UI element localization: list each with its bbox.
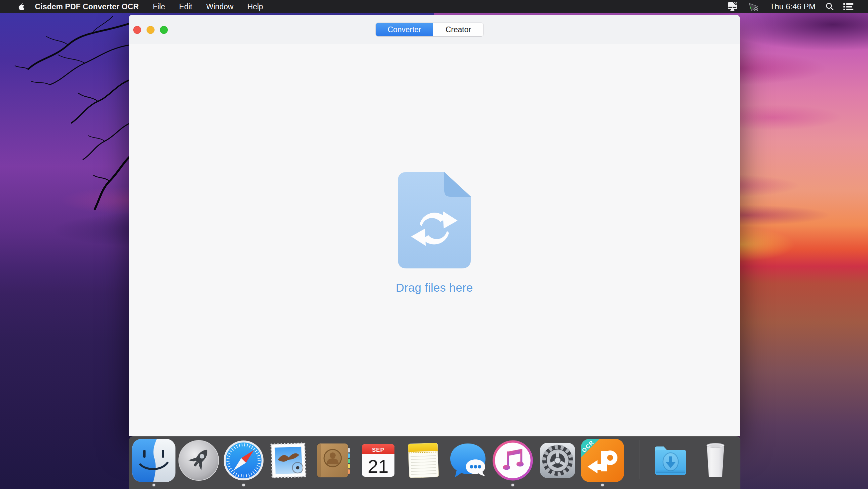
screen-share-menu-extra[interactable]: [743, 0, 764, 13]
launchpad-icon: [177, 439, 220, 482]
spotlight-search-icon: [826, 2, 834, 11]
contacts-icon: [312, 439, 355, 482]
dock-item-cisdem-pdf-converter-ocr[interactable]: OCR: [581, 439, 624, 482]
mode-segmented-control: Converter Creator: [375, 23, 484, 37]
calendar-icon: SEP 21: [356, 439, 400, 482]
tab-converter[interactable]: Converter: [376, 23, 433, 36]
tree-branches: [0, 13, 130, 232]
notification-center-icon: [843, 3, 854, 11]
close-button[interactable]: [133, 26, 141, 34]
dock-item-itunes[interactable]: [491, 439, 534, 482]
menu-edit[interactable]: Edit: [179, 2, 192, 11]
calendar-day: 21: [368, 456, 389, 477]
dock-item-calendar[interactable]: SEP 21: [356, 439, 400, 482]
menu-bar-status-area: Thu 6:46 PM: [722, 0, 868, 13]
notes-icon: [401, 439, 445, 482]
file-dropzone[interactable]: Drag files here: [129, 44, 740, 436]
minimize-button[interactable]: [147, 26, 155, 34]
dock-item-contacts[interactable]: [312, 439, 355, 482]
dock-separator: [639, 440, 639, 479]
running-indicator: [601, 484, 604, 486]
dock-item-launchpad[interactable]: [177, 439, 220, 482]
spotlight-menu-extra[interactable]: [821, 0, 839, 13]
dock: SEP 21: [129, 436, 740, 489]
mail-icon: [267, 439, 310, 482]
finder-icon: [132, 439, 176, 482]
app-window: Converter Creator: [129, 15, 740, 436]
display-mirroring-icon: [727, 2, 739, 12]
menu-help[interactable]: Help: [247, 2, 263, 11]
messages-icon: [446, 439, 490, 482]
notification-center-menu-extra[interactable]: [839, 0, 858, 13]
dock-item-finder[interactable]: [132, 439, 176, 482]
zoom-button[interactable]: [160, 26, 168, 34]
apple-icon: [18, 3, 25, 11]
running-indicator: [242, 484, 245, 486]
menu-file[interactable]: File: [153, 2, 165, 11]
screen-share-cursor-icon: [748, 1, 760, 12]
menu-bar: Cisdem PDF Converter OCR File Edit Windo…: [0, 0, 868, 13]
menu-bar-clock[interactable]: Thu 6:46 PM: [770, 2, 815, 11]
safari-icon: [222, 439, 265, 482]
dropzone-label: Drag files here: [129, 281, 740, 294]
running-indicator: [512, 484, 514, 486]
apple-menu[interactable]: [13, 0, 30, 13]
tab-creator[interactable]: Creator: [433, 23, 484, 36]
desktop: Cisdem PDF Converter OCR File Edit Windo…: [0, 0, 868, 489]
itunes-icon: [491, 439, 534, 482]
menu-window[interactable]: Window: [206, 2, 234, 11]
dock-item-system-preferences[interactable]: [536, 439, 579, 482]
system-preferences-icon: [536, 439, 579, 482]
running-indicator: [153, 484, 155, 486]
calendar-month: SEP: [372, 447, 384, 453]
window-titlebar[interactable]: Converter Creator: [129, 15, 740, 44]
dock-item-mail[interactable]: [267, 439, 310, 482]
display-mirroring-menu-extra[interactable]: [722, 0, 743, 13]
dock-item-notes[interactable]: [401, 439, 445, 482]
cisdem-pdf-converter-ocr-icon: OCR: [581, 439, 624, 482]
dock-item-downloads-folder[interactable]: [649, 439, 692, 482]
document-sync-icon: [398, 172, 471, 268]
window-content: Drag files here: [129, 44, 740, 436]
trash-icon: [694, 439, 737, 482]
dock-item-safari[interactable]: [222, 439, 265, 482]
menu-bar-left: Cisdem PDF Converter OCR File Edit Windo…: [0, 0, 263, 13]
downloads-folder-icon: [649, 439, 692, 482]
active-app-menu[interactable]: Cisdem PDF Converter OCR: [35, 2, 139, 11]
dock-item-messages[interactable]: [446, 439, 490, 482]
dock-item-trash[interactable]: [694, 439, 737, 482]
